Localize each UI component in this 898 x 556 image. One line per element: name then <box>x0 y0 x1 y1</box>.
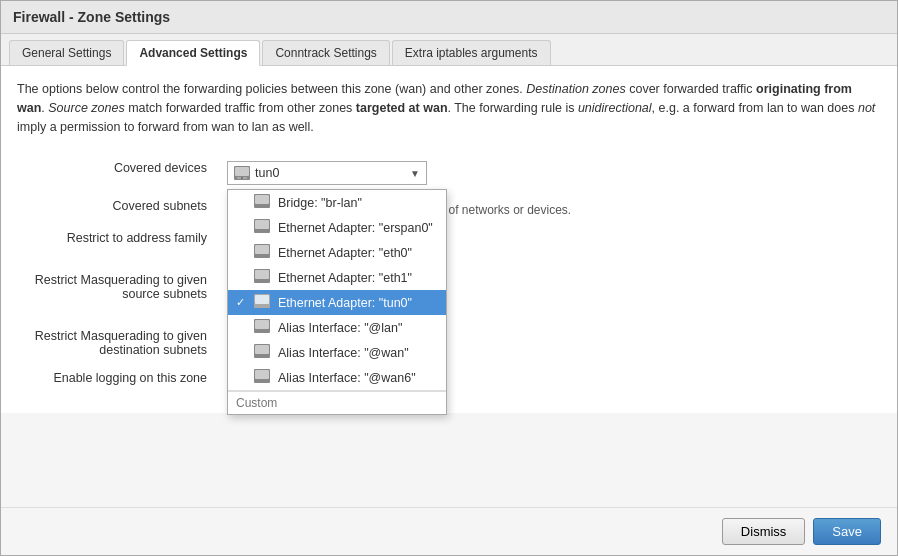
dropdown-item-eth0[interactable]: Ethernet Adapter: "eth0" <box>228 240 446 265</box>
svg-rect-9 <box>255 245 269 254</box>
main-content: The options below control the forwarding… <box>1 66 897 413</box>
title-text: Firewall - Zone Settings <box>13 9 170 25</box>
custom-input[interactable] <box>228 391 446 414</box>
tab-general[interactable]: General Settings <box>9 40 124 65</box>
svg-rect-7 <box>255 220 269 229</box>
tab-bar: General Settings Advanced Settings Connt… <box>1 34 897 66</box>
restrict-masq-dest-row: Restrict Masquerading to given destinati… <box>17 308 881 364</box>
dropdown-item-at-wan[interactable]: Alias Interface: "@wan" <box>228 340 446 365</box>
main-window: Firewall - Zone Settings General Setting… <box>0 0 898 556</box>
svg-rect-5 <box>255 195 269 204</box>
dropdown-item-at-wan6[interactable]: Alias Interface: "@wan6" <box>228 365 446 390</box>
device-icon <box>254 244 274 261</box>
check-icon: ✓ <box>236 296 254 309</box>
enable-logging-label: Enable logging on this zone <box>17 364 217 399</box>
covered-devices-label: Covered devices <box>17 154 217 192</box>
device-icon <box>254 194 274 211</box>
covered-devices-select-wrapper: tun0 ▼ Bridge: "br-lan" <box>227 161 427 185</box>
dropdown-item-at-lan[interactable]: Alias Interface: "@lan" <box>228 315 446 340</box>
svg-rect-17 <box>255 345 269 354</box>
svg-rect-15 <box>255 320 269 329</box>
network-icon <box>234 166 250 180</box>
restrict-address-family-label: Restrict to address family <box>17 224 217 252</box>
svg-rect-11 <box>255 270 269 279</box>
device-icon <box>254 294 274 311</box>
covered-devices-dropdown-trigger[interactable]: tun0 ▼ <box>227 161 427 185</box>
restrict-masq-source-label: Restrict Masquerading to given source su… <box>17 252 217 308</box>
svg-rect-19 <box>255 370 269 379</box>
custom-input-wrapper <box>228 390 446 414</box>
device-icon <box>254 344 274 361</box>
description-text: The options below control the forwarding… <box>17 80 881 136</box>
covered-devices-control: tun0 ▼ Bridge: "br-lan" <box>217 154 881 192</box>
settings-table: Covered devices tun0 ▼ <box>17 154 881 399</box>
device-icon <box>254 269 274 286</box>
tab-advanced[interactable]: Advanced Settings <box>126 40 260 66</box>
device-icon <box>254 219 274 236</box>
dropdown-item-erspan0[interactable]: Ethernet Adapter: "erspan0" <box>228 215 446 240</box>
svg-rect-1 <box>235 167 249 176</box>
device-icon <box>254 319 274 336</box>
tab-extra[interactable]: Extra iptables arguments <box>392 40 551 65</box>
dropdown-arrow-icon: ▼ <box>410 168 420 179</box>
tab-conntrack[interactable]: Conntrack Settings <box>262 40 389 65</box>
dropdown-item-br-lan[interactable]: Bridge: "br-lan" <box>228 190 446 215</box>
window-title: Firewall - Zone Settings <box>1 1 897 34</box>
svg-point-3 <box>241 177 243 179</box>
covered-devices-row: Covered devices tun0 ▼ <box>17 154 881 192</box>
device-icon <box>254 369 274 386</box>
restrict-masq-source-row: Restrict Masquerading to given source su… <box>17 252 881 308</box>
enable-logging-row: Enable logging on this zone <box>17 364 881 399</box>
dropdown-item-tun0[interactable]: ✓ Ethernet Adapter: "tun0" <box>228 290 446 315</box>
covered-subnets-label: Covered subnets <box>17 192 217 224</box>
dropdown-item-eth1[interactable]: Ethernet Adapter: "eth1" <box>228 265 446 290</box>
covered-devices-value: tun0 <box>255 166 279 180</box>
covered-devices-dropdown: Bridge: "br-lan" Ethernet Adapter: "ersp… <box>227 189 447 415</box>
dismiss-button[interactable]: Dismiss <box>722 518 806 545</box>
covered-subnets-row: Covered subnets c by source or destinati… <box>17 192 881 224</box>
restrict-masq-dest-label: Restrict Masquerading to given destinati… <box>17 308 217 364</box>
restrict-address-family-row: Restrict to address family <box>17 224 881 252</box>
svg-rect-13 <box>255 295 269 304</box>
save-button[interactable]: Save <box>813 518 881 545</box>
bottom-bar: Dismiss Save <box>1 507 897 555</box>
